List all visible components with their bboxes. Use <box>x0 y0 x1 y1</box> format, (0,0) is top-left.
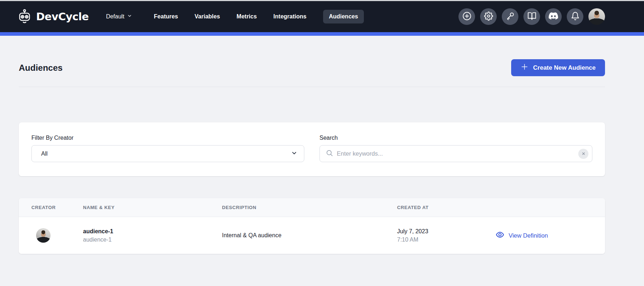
column-header-description: Description <box>222 205 397 210</box>
name-key-cell: audience-1 audience-1 <box>83 228 222 243</box>
nav-item-variables[interactable]: Variables <box>195 10 220 23</box>
create-new-audience-label: Create New Audience <box>533 64 596 72</box>
brand-wordmark: DevCycle <box>36 10 89 23</box>
creator-filter-field: Filter By Creator All <box>31 135 304 162</box>
view-definition-link[interactable]: View Definition <box>496 230 548 240</box>
navbar-icon-group <box>458 8 605 25</box>
nav-item-features[interactable]: Features <box>154 10 178 23</box>
nav-item-metrics[interactable]: Metrics <box>236 10 257 23</box>
search-label: Search <box>319 135 592 141</box>
created-date: July 7, 2023 <box>397 228 496 235</box>
eye-icon <box>496 230 504 240</box>
primary-nav: Features Variables Metrics Integrations … <box>154 10 364 23</box>
column-header-creator: Creator <box>31 205 83 210</box>
creator-filter-select[interactable]: All <box>31 145 304 162</box>
user-avatar[interactable] <box>588 8 605 25</box>
table-row[interactable]: audience-1 audience-1 Internal & QA audi… <box>19 217 605 254</box>
created-time: 7:10 AM <box>397 237 496 243</box>
page-title: Audiences <box>19 63 62 73</box>
documentation-button[interactable] <box>523 8 540 25</box>
audience-key: audience-1 <box>83 237 222 243</box>
gear-icon <box>484 12 493 22</box>
top-navbar: DevCycle Default Features Variables Metr… <box>0 1 644 32</box>
search-input[interactable] <box>337 150 578 157</box>
chevron-down-icon <box>127 13 132 20</box>
devcycle-robot-icon <box>18 9 31 24</box>
chevron-down-icon <box>291 150 297 158</box>
creator-avatar <box>36 228 51 243</box>
search-clear-button[interactable] <box>578 149 588 159</box>
actions-cell: View Definition <box>496 230 605 240</box>
column-header-created-at: Created At <box>397 205 496 210</box>
main-content: Audiences Create New Audience Filter By … <box>19 59 605 254</box>
created-at-cell: July 7, 2023 7:10 AM <box>397 228 496 243</box>
audiences-table: Creator Name & Key Description Created A… <box>19 198 605 254</box>
creator-filter-label: Filter By Creator <box>31 135 304 141</box>
column-header-name-key: Name & Key <box>83 205 222 210</box>
accent-bar <box>0 32 644 36</box>
settings-button[interactable] <box>480 8 497 25</box>
description-cell: Internal & QA audience <box>222 232 397 239</box>
plus-circle-icon <box>462 11 472 22</box>
view-definition-label: View Definition <box>509 232 548 239</box>
creator-filter-value: All <box>41 151 291 157</box>
key-icon <box>506 12 515 22</box>
nav-item-integrations[interactable]: Integrations <box>273 10 306 23</box>
nav-item-audiences[interactable]: Audiences <box>323 10 364 23</box>
audience-name: audience-1 <box>83 228 222 235</box>
header-divider <box>19 87 605 87</box>
create-new-button[interactable] <box>458 8 475 25</box>
discord-icon <box>549 11 558 22</box>
plus-icon <box>521 63 528 73</box>
discord-button[interactable] <box>545 8 562 25</box>
page-header: Audiences Create New Audience <box>19 59 605 76</box>
book-icon <box>527 12 536 22</box>
notifications-button[interactable] <box>567 8 583 25</box>
search-icon <box>326 149 333 158</box>
devcycle-logo[interactable]: DevCycle <box>18 9 89 24</box>
search-box <box>319 145 592 162</box>
api-keys-button[interactable] <box>502 8 518 25</box>
filter-card: Filter By Creator All Search <box>19 122 605 176</box>
search-field: Search <box>319 135 592 162</box>
creator-cell <box>31 228 83 243</box>
table-header-row: Creator Name & Key Description Created A… <box>19 198 605 217</box>
project-selector[interactable]: Default <box>106 13 132 20</box>
bell-icon <box>571 12 580 22</box>
create-new-audience-button[interactable]: Create New Audience <box>511 59 605 76</box>
project-selector-value: Default <box>106 13 125 20</box>
